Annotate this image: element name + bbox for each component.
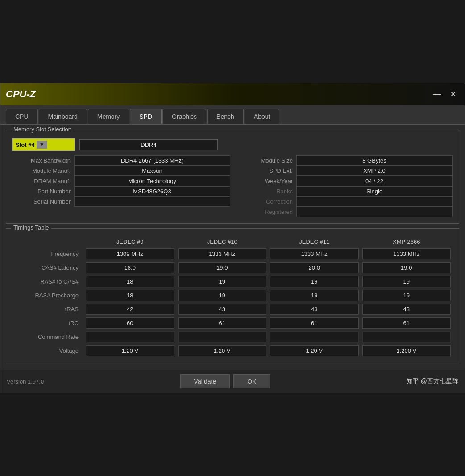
titlebar: CPU-Z — ✕	[0, 83, 465, 105]
tab-graphics[interactable]: Graphics	[162, 109, 206, 124]
timing-cell	[84, 330, 176, 344]
memory-slot-section-title: Memory Slot Selection	[11, 126, 74, 133]
table-row: tRAS42434343	[12, 302, 453, 316]
serial-number-value	[74, 196, 230, 207]
info-right: Module Size 8 GBytes SPD Ext. XMP 2.0 We…	[235, 155, 453, 217]
timing-row-label: Voltage	[12, 344, 84, 358]
timing-row-label: RAS# Precharge	[12, 288, 84, 302]
timing-cell: 1333 MHz	[268, 247, 361, 261]
timing-cell: 20.0	[268, 261, 361, 275]
timing-cell: 19	[176, 288, 269, 302]
registered-row: Registered	[235, 207, 453, 217]
timing-cell	[176, 330, 269, 344]
info-left: Max Bandwidth DDR4-2667 (1333 MHz) Modul…	[12, 155, 230, 217]
tab-cpu[interactable]: CPU	[6, 109, 38, 124]
timing-cell: 1.20 V	[84, 344, 176, 358]
week-year-label: Week/Year	[235, 178, 293, 184]
correction-row: Correction	[235, 196, 453, 207]
timing-cell	[268, 330, 361, 344]
table-row: Voltage1.20 V1.20 V1.20 V1.200 V	[12, 344, 453, 358]
timing-cell: 61	[268, 316, 361, 330]
tab-about[interactable]: About	[245, 109, 280, 124]
timing-cell: 1333 MHz	[361, 247, 453, 261]
timing-cell	[361, 330, 453, 344]
cpu-z-window: CPU-Z — ✕ CPU Mainboard Memory SPD Graph…	[0, 83, 465, 393]
dram-manuf-value: Micron Technology	[74, 176, 230, 186]
footer: Version 1.97.0 Validate OK 知乎 @西方七星阵	[0, 370, 465, 393]
timing-cell: 42	[84, 302, 176, 316]
timings-section: Timings Table JEDEC #9 JEDEC #10 JEDEC #…	[6, 228, 459, 364]
max-bandwidth-row: Max Bandwidth DDR4-2667 (1333 MHz)	[12, 155, 230, 166]
tab-memory[interactable]: Memory	[88, 109, 129, 124]
timing-cell: 60	[84, 316, 176, 330]
timing-row-label: CAS# Latency	[12, 261, 84, 275]
serial-number-label: Serial Number	[12, 198, 71, 205]
ranks-row: Ranks Single	[235, 186, 453, 196]
timing-cell: 61	[176, 316, 269, 330]
slot-selector-row: Slot #4 ▼ DDR4	[12, 138, 453, 151]
part-number-value: MSD48G26Q3	[74, 186, 230, 196]
footer-buttons: Validate OK	[180, 374, 270, 388]
timing-cell: 19	[268, 275, 361, 288]
module-size-label: Module Size	[235, 157, 293, 164]
spd-ext-row: SPD Ext. XMP 2.0	[235, 166, 453, 176]
timing-cell: 43	[268, 302, 361, 316]
registered-label: Registered	[235, 209, 293, 215]
tab-bar: CPU Mainboard Memory SPD Graphics Bench …	[0, 105, 465, 125]
validate-button[interactable]: Validate	[180, 374, 230, 388]
timing-cell: 43	[176, 302, 269, 316]
dropdown-arrow-icon[interactable]: ▼	[37, 141, 47, 149]
max-bandwidth-value: DDR4-2667 (1333 MHz)	[74, 155, 230, 166]
timing-cell: 19.0	[176, 261, 269, 275]
close-button[interactable]: ✕	[447, 89, 459, 99]
info-grid: Max Bandwidth DDR4-2667 (1333 MHz) Modul…	[12, 155, 453, 217]
dram-manuf-label: DRAM Manuf.	[12, 178, 71, 184]
timing-row-label: tRC	[12, 316, 84, 330]
tab-bench[interactable]: Bench	[207, 109, 244, 124]
slot-label: Slot #4	[16, 142, 35, 148]
week-year-row: Week/Year 04 / 22	[235, 176, 453, 186]
timing-cell: 1.20 V	[176, 344, 269, 358]
dram-manuf-row: DRAM Manuf. Micron Technology	[12, 176, 230, 186]
part-number-label: Part Number	[12, 188, 71, 195]
slot-selector[interactable]: Slot #4 ▼	[12, 138, 75, 151]
spd-ext-label: SPD Ext.	[235, 167, 293, 174]
main-content: Memory Slot Selection Slot #4 ▼ DDR4 Max…	[0, 125, 465, 370]
timing-cell: 19	[361, 288, 453, 302]
week-year-value: 04 / 22	[296, 176, 453, 186]
table-row: tRC60616161	[12, 316, 453, 330]
ranks-label: Ranks	[235, 188, 293, 195]
timing-cell: 1.200 V	[361, 344, 453, 358]
table-row: Command Rate	[12, 330, 453, 344]
max-bandwidth-label: Max Bandwidth	[12, 157, 71, 164]
timing-cell: 18.0	[84, 261, 176, 275]
module-size-row: Module Size 8 GBytes	[235, 155, 453, 166]
timing-cell: 1309 MHz	[84, 247, 176, 261]
minimize-button[interactable]: —	[431, 89, 443, 99]
correction-label: Correction	[235, 198, 293, 205]
timings-label-header	[12, 237, 84, 247]
module-manuf-label: Module Manuf.	[12, 167, 71, 174]
timing-cell: 1333 MHz	[176, 247, 269, 261]
timing-cell: 19	[361, 275, 453, 288]
table-row: RAS# Precharge18191919	[12, 288, 453, 302]
timings-table: JEDEC #9 JEDEC #10 JEDEC #11 XMP-2666 Fr…	[12, 237, 453, 358]
timings-col-jedec11: JEDEC #11	[268, 237, 361, 247]
correction-value	[296, 196, 453, 207]
table-row: RAS# to CAS#18191919	[12, 275, 453, 288]
timing-cell: 18	[84, 288, 176, 302]
ok-button[interactable]: OK	[233, 374, 270, 388]
tab-mainboard[interactable]: Mainboard	[39, 109, 87, 124]
timings-section-title: Timings Table	[11, 224, 51, 231]
ddr-type-value: DDR4	[79, 139, 218, 150]
version-label: Version 1.97.0	[7, 378, 44, 385]
tab-spd[interactable]: SPD	[130, 109, 162, 124]
timing-row-label: Frequency	[12, 247, 84, 261]
module-manuf-row: Module Manuf. Maxsun	[12, 166, 230, 176]
window-controls: — ✕	[431, 89, 459, 99]
part-number-row: Part Number MSD48G26Q3	[12, 186, 230, 196]
timings-col-xmp: XMP-2666	[361, 237, 453, 247]
timing-row-label: RAS# to CAS#	[12, 275, 84, 288]
timing-row-label: tRAS	[12, 302, 84, 316]
memory-slot-section: Memory Slot Selection Slot #4 ▼ DDR4 Max…	[6, 130, 459, 224]
